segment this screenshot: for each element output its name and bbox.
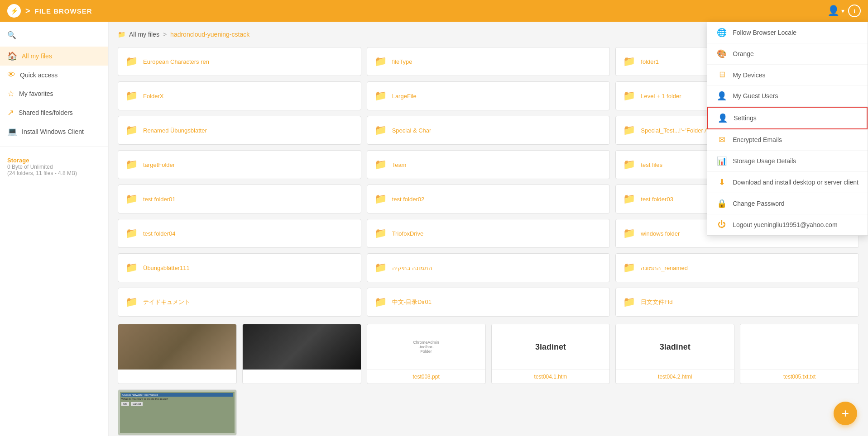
sidebar: 🔍 🏠 All my files 👁 Quick access ☆ My fav… xyxy=(0,22,109,436)
folder-card[interactable]: 📁 日文文件Fld xyxy=(615,288,859,317)
gladinet-thumbnail: 3ladinet xyxy=(616,324,734,370)
folder-card[interactable]: 📁 התמונה_renamed xyxy=(615,253,859,282)
dropdown-item-my-devices[interactable]: 🖥 My Devices xyxy=(707,65,868,85)
folder-icon: 📁 xyxy=(125,296,138,308)
file-thumbnail: ... xyxy=(740,324,858,370)
folder-name: targetFolder xyxy=(143,161,175,168)
header-title: FILE BROWSER xyxy=(35,7,92,15)
txt-thumbnail: ... xyxy=(740,324,858,370)
file-card[interactable]: ... test005.txt.txt xyxy=(740,324,859,384)
folder-icon: 📁 xyxy=(374,90,387,102)
sidebar-item-install-windows[interactable]: 💻 Install Windows Client xyxy=(0,122,108,141)
folder-name: Übungsblätter111 xyxy=(143,265,190,271)
file-thumbnail: 3ladinet xyxy=(616,324,734,370)
search-container[interactable]: 🔍 xyxy=(0,31,108,47)
sidebar-item-shared-files[interactable]: ↗ Shared files/folders xyxy=(0,103,108,122)
storage-detail: 0 Byte of Unlimited xyxy=(7,164,101,170)
file-label: test004.1.htm xyxy=(492,370,610,384)
folder-icon: 📁 xyxy=(623,56,635,67)
folder-name: Special & Char xyxy=(392,127,432,134)
dropdown-label-my-devices: My Devices xyxy=(733,71,765,79)
dropdown-icon-download-install: ⬇ xyxy=(716,177,727,187)
sidebar-item-all-my-files[interactable]: 🏠 All my files xyxy=(0,47,108,66)
file-card[interactable]: 3ladinet test004.2.html xyxy=(615,324,734,384)
folder-name: windows folder xyxy=(641,230,680,237)
room-thumbnail xyxy=(118,324,236,370)
folder-card[interactable]: 📁 test folder01 xyxy=(118,185,361,213)
folder-icon: 📁 xyxy=(374,124,387,136)
folder-card[interactable]: 📁 test folder02 xyxy=(367,185,610,213)
folder-card[interactable]: 📁 Team xyxy=(367,150,610,179)
user-menu-button[interactable]: 👤 ▾ xyxy=(827,5,844,17)
breadcrumb-root[interactable]: All my files xyxy=(129,31,159,38)
folder-card[interactable]: 📁 fileType xyxy=(367,47,610,76)
folder-card[interactable]: 📁 FolderX xyxy=(118,81,361,110)
folder-card[interactable]: 📁 中文-目录Dir01 xyxy=(367,288,610,317)
file-thumbnail-grid: ChromeAdmin-toolbar-Folder test003.ppt 3… xyxy=(118,324,859,436)
sidebar-label-all-my-files: All my files xyxy=(22,52,52,60)
folder-icon: 📁 xyxy=(125,90,138,102)
dropdown-label-my-guest-users: My Guest Users xyxy=(733,92,778,100)
folder-name: Renamed Übungsblatter xyxy=(143,127,207,134)
folder-icon: 📁 xyxy=(623,90,635,102)
dropdown-item-settings[interactable]: 👤 Settings xyxy=(707,107,868,129)
dropdown-item-storage-usage[interactable]: 📊 Storage Usage Details xyxy=(707,151,868,172)
folder-icon: 📁 xyxy=(623,262,635,274)
folder-name: LargeFile xyxy=(392,93,417,100)
fab-button[interactable]: + xyxy=(834,402,857,425)
dropdown-item-change-password[interactable]: 🔒 Change Password xyxy=(707,193,868,214)
dropdown-item-locale[interactable]: 🌐 Follow Browser Locale xyxy=(707,22,868,43)
dropdown-label-logout: Logout yueningliu19951@yahoo.com xyxy=(733,221,837,228)
folder-name: test folder02 xyxy=(392,196,425,203)
folder-card[interactable]: 📁 テイドキュメント xyxy=(118,288,361,317)
sidebar-item-my-favorites[interactable]: ☆ My favorites xyxy=(0,84,108,103)
sidebar-item-quick-access[interactable]: 👁 Quick access xyxy=(0,66,108,84)
folder-card[interactable]: 📁 TriofoxDrive xyxy=(367,219,610,248)
folder-card[interactable]: 📁 European Characters ren xyxy=(118,47,361,76)
keyboard-thumbnail xyxy=(243,324,361,370)
file-card[interactable]: CStack Network Fibre Wizard What do you … xyxy=(118,389,237,436)
file-thumbnail: 3ladinet xyxy=(492,324,610,370)
folder-name: folder1 xyxy=(641,58,659,65)
folder-card[interactable]: 📁 Übungsblätter111 xyxy=(118,253,361,282)
folder-name: test folder03 xyxy=(641,196,673,203)
file-card[interactable]: 3ladinet test004.1.htm xyxy=(491,324,610,384)
file-card[interactable]: ChromeAdmin-toolbar-Folder test003.ppt xyxy=(367,324,486,384)
doc-thumbnail: ChromeAdmin-toolbar-Folder xyxy=(367,324,485,370)
header-separator: > xyxy=(25,6,30,16)
storage-count: (24 folders, 11 files - 4.8 MB) xyxy=(7,170,101,176)
logo-icon: ⚡ xyxy=(7,4,21,18)
folder-name: FolderX xyxy=(143,93,164,100)
file-card[interactable] xyxy=(118,324,237,384)
dropdown-icon-settings: 👤 xyxy=(717,113,728,123)
folder-card[interactable]: 📁 LargeFile xyxy=(367,81,610,110)
dropdown-item-orange[interactable]: 🎨 Orange xyxy=(707,43,868,65)
info-button[interactable]: i xyxy=(848,5,861,17)
folder-name: Level + 1 folder xyxy=(641,93,681,100)
folder-name: 中文-目录Dir01 xyxy=(392,298,432,306)
home-icon: 🏠 xyxy=(7,51,17,61)
file-card[interactable] xyxy=(242,324,361,384)
dropdown-item-my-guest-users[interactable]: 👤 My Guest Users xyxy=(707,85,868,107)
file-label: test004.2.html xyxy=(616,370,734,384)
folder-card[interactable]: 📁 התמונה בתיקיה xyxy=(367,253,610,282)
folder-card[interactable]: 📁 test folder04 xyxy=(118,219,361,248)
folder-card[interactable]: 📁 Renamed Übungsblatter xyxy=(118,116,361,145)
breadcrumb-path: hadroncloud-yuening-cstack xyxy=(170,31,249,38)
header-right: 👤 ▾ i xyxy=(827,5,861,17)
folder-card[interactable]: 📁 targetFolder xyxy=(118,150,361,179)
search-icon: 🔍 xyxy=(7,31,16,39)
dropdown-item-download-install[interactable]: ⬇ Download and install desktop or server… xyxy=(707,172,868,193)
dropdown-menu: 🌐 Follow Browser Locale 🎨 Orange 🖥 My De… xyxy=(707,22,868,236)
dropdown-item-logout[interactable]: ⏻ Logout yueningliu19951@yahoo.com xyxy=(707,214,868,235)
folder-card[interactable]: 📁 Special & Char xyxy=(367,116,610,145)
gladinet-thumbnail: 3ladinet xyxy=(492,324,610,370)
dropdown-item-encrypted-emails[interactable]: ✉ Encrypted Emails xyxy=(707,129,868,151)
computer-icon: 💻 xyxy=(7,127,17,137)
folder-icon: 📁 xyxy=(623,159,635,171)
star-icon: ☆ xyxy=(7,89,14,99)
dropdown-icon-orange: 🎨 xyxy=(716,49,727,59)
folder-icon: 📁 xyxy=(125,159,138,171)
folder-icon: 📁 xyxy=(374,56,387,67)
file-label: test005.txt.txt xyxy=(740,370,858,384)
